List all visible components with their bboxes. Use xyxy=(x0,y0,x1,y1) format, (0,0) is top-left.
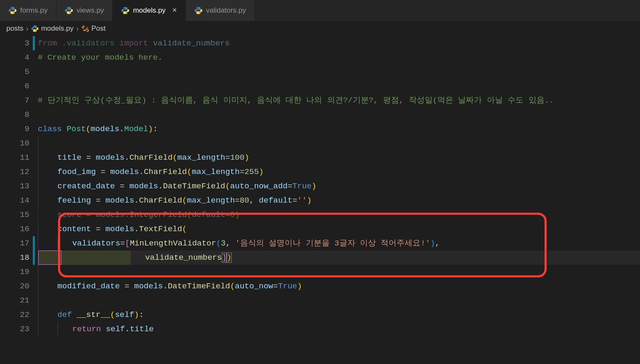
line-num: 20 xyxy=(0,279,29,293)
tab-label: forms.py xyxy=(20,6,48,15)
code-line: created_date = models.DateTimeField(auto… xyxy=(38,179,640,193)
code-line: modified_date = models.DateTimeField(aut… xyxy=(38,279,640,293)
line-num: 11 xyxy=(0,150,29,165)
tab-label: validators.py xyxy=(206,6,246,15)
line-num: 16 xyxy=(0,222,29,236)
code-editor[interactable]: 3 4 5 6 7 8 9 10 11 12 13 14 15 16 17 18… xyxy=(0,36,640,364)
breadcrumb-symbol[interactable]: Post xyxy=(91,24,106,33)
code-line xyxy=(38,65,640,79)
line-numbers: 3 4 5 6 7 8 9 10 11 12 13 14 15 16 17 18… xyxy=(0,36,38,364)
editor-tabs: forms.py views.py models.py × validators… xyxy=(0,0,640,21)
line-num: 9 xyxy=(0,122,29,136)
line-num: 18 xyxy=(0,251,29,265)
code-line: # 단기적인 구상(수정_필요) : 음식이름, 음식 이미지, 음식에 대한 … xyxy=(38,93,640,108)
line-num: 7 xyxy=(0,93,29,108)
code-line: return self.title xyxy=(38,322,640,336)
line-num: 12 xyxy=(0,165,29,179)
line-num: 8 xyxy=(0,108,29,122)
breadcrumb-folder[interactable]: posts xyxy=(6,24,24,33)
python-file-icon xyxy=(194,6,203,15)
line-num: 15 xyxy=(0,208,29,222)
code-line: feeling = models.CharField(max_length=80… xyxy=(38,193,640,208)
code-line: validate_numbers]) xyxy=(38,251,640,265)
code-line: from .validators import validate_numbers xyxy=(38,36,640,50)
line-num: 17 xyxy=(0,236,29,251)
line-num: 19 xyxy=(0,265,29,279)
breadcrumb-file[interactable]: models.py xyxy=(41,24,74,33)
line-num: 22 xyxy=(0,308,29,322)
line-num: 5 xyxy=(0,65,29,79)
python-file-icon xyxy=(31,25,39,32)
close-icon[interactable]: × xyxy=(172,6,177,15)
line-num: 21 xyxy=(0,293,29,308)
line-num: 14 xyxy=(0,193,29,208)
class-symbol-icon xyxy=(81,25,89,32)
chevron-right-icon: › xyxy=(26,24,29,33)
code-line xyxy=(38,79,640,93)
tab-views[interactable]: views.py xyxy=(56,0,113,21)
tab-forms[interactable]: forms.py xyxy=(0,0,56,21)
line-num: 3 xyxy=(0,36,29,50)
line-num: 13 xyxy=(0,179,29,193)
code-line: content = models.TextField( xyxy=(38,222,640,236)
code-content[interactable]: from .validators import validate_numbers… xyxy=(38,36,640,364)
code-line: food_img = models.CharField(max_length=2… xyxy=(38,165,640,179)
code-line xyxy=(38,265,640,279)
code-line: # Create your models here. xyxy=(38,50,640,65)
code-line: class Post(models.Model): xyxy=(38,122,640,136)
code-line: title = models.CharField(max_length=100) xyxy=(38,150,640,165)
python-file-icon xyxy=(8,6,17,15)
python-file-icon xyxy=(121,6,130,15)
line-num: 10 xyxy=(0,136,29,150)
tab-validators[interactable]: validators.py xyxy=(186,0,255,21)
line-num: 6 xyxy=(0,79,29,93)
tab-models[interactable]: models.py × xyxy=(113,0,185,21)
line-num: 23 xyxy=(0,322,29,336)
code-line xyxy=(38,293,640,308)
breadcrumb: posts › models.py › Post xyxy=(0,21,640,36)
code-line: score = models.IntegerField(default=0) xyxy=(38,208,640,222)
code-line xyxy=(38,136,640,150)
code-line: def __str__(self): xyxy=(38,308,640,322)
chevron-right-icon: › xyxy=(76,24,79,33)
python-file-icon xyxy=(65,6,73,15)
tab-label: views.py xyxy=(77,6,104,15)
code-line: validators=[MinLengthValidator(3, '음식의 설… xyxy=(38,236,640,251)
line-num: 4 xyxy=(0,50,29,65)
code-line xyxy=(38,108,640,122)
tab-label: models.py xyxy=(133,6,165,15)
